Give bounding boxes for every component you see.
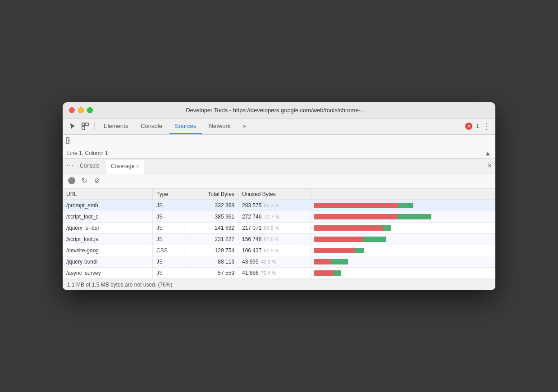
titlebar: Developer Tools - https://developers.goo… [63,102,495,119]
cell-url: /prompt_emb [63,200,153,211]
clear-button[interactable]: ⊘ [92,176,101,185]
cell-unused: 283 57585.3 % [238,200,311,211]
footer-text: 1.1 MB of 1.5 MB bytes are not used. (76… [67,282,172,288]
cell-unused: 272 74670.7 % [238,211,311,222]
cursor-position: Line 1, Column 1 [67,150,108,156]
cell-type: JS [153,268,184,278]
cell-type: JS [153,200,184,211]
cell-url: /script_foot_c [63,211,153,222]
inspect-icon[interactable] [80,121,91,132]
refresh-button[interactable]: ↻ [80,176,89,185]
sub-toolbar [63,135,495,148]
cell-total: 332 368 [184,200,238,211]
error-count: 1 [476,123,479,129]
table-row[interactable]: /script_foot_c JS 385 961 272 74670.7 % [63,211,495,223]
devtools-window: Developer Tools - https://developers.goo… [63,102,495,290]
table-body: /prompt_emb JS 332 368 283 57585.3 % /sc… [63,200,495,279]
tab-sources[interactable]: Sources [169,118,202,134]
scroll-top-icon[interactable]: ▲ [485,150,491,157]
toggle-sidebar-icon[interactable] [66,137,73,146]
cell-bar [311,200,495,211]
cursor-icon[interactable] [67,121,78,132]
tab-elements[interactable]: Elements [98,118,133,134]
cell-total: 57 559 [184,268,238,278]
panel-tab-close-icon[interactable]: × [136,164,139,169]
cell-total: 231 227 [184,234,238,245]
cell-type: JS [153,211,184,222]
toolbar-divider [94,122,95,130]
panel-tab-console[interactable]: Console [75,159,104,173]
cell-type: CSS [153,245,184,256]
tab-network[interactable]: Network [204,118,236,134]
cell-unused: 217 07189.8 % [238,223,311,233]
table-row[interactable]: /jquery_ui-bur JS 241 692 217 07189.8 % [63,223,495,234]
cell-bar [311,234,495,245]
cell-unused: 106 43782.0 % [238,245,311,256]
tab-more[interactable]: » [238,118,252,134]
table-row[interactable]: /devsite-goog CSS 129 754 106 43782.0 % [63,245,495,256]
cell-type: JS [153,223,184,233]
cell-url: /devsite-goog [63,245,153,256]
col-total: Total Bytes [184,189,238,200]
panel-tab-coverage[interactable]: Coverage × [106,159,144,173]
bottom-panel: ⋮ Console Coverage × × ↻ ⊘ URL Type Tota… [63,159,495,290]
svg-rect-2 [82,127,85,129]
error-badge: ✕ [465,123,472,130]
cell-unused: 41 68672.4 % [238,268,311,278]
cell-url: /jquery-bundl [63,256,153,267]
status-bar: Line 1, Column 1 ▲ [63,148,495,159]
table-header: URL Type Total Bytes Unused Bytes [63,189,495,200]
cell-unused: 156 74867.8 % [238,234,311,245]
svg-rect-1 [86,123,88,126]
footer-bar: 1.1 MB of 1.5 MB bytes are not used. (76… [63,279,495,290]
window-title: Developer Tools - https://developers.goo… [63,107,489,114]
table-row[interactable]: /prompt_emb JS 332 368 283 57585.3 % [63,200,495,211]
more-options-icon[interactable]: ⋮ [483,121,491,131]
col-unused: Unused Bytes [238,189,311,200]
table-row[interactable]: /async_survey JS 57 559 41 68672.4 % [63,268,495,279]
col-bar [311,189,495,200]
coverage-table: URL Type Total Bytes Unused Bytes /promp… [63,189,495,279]
record-button[interactable] [67,176,76,185]
cell-unused: 43 99549.9 % [238,256,311,267]
panel-header: ⋮ Console Coverage × × [63,159,495,173]
cell-total: 241 692 [184,223,238,233]
col-type: Type [153,189,184,200]
coverage-toolbar: ↻ ⊘ [63,173,495,189]
cell-type: JS [153,234,184,245]
cell-total: 129 754 [184,245,238,256]
cell-total: 385 961 [184,211,238,222]
table-row[interactable]: /jquery-bundl JS 88 113 43 99549.9 % [63,256,495,268]
cell-url: /jquery_ui-bur [63,223,153,233]
cell-url: /script_foot.js [63,234,153,245]
cell-bar [311,268,495,278]
cell-bar [311,245,495,256]
cell-bar [311,223,495,233]
cell-bar [311,211,495,222]
toolbar-right: ✕ 1 ⋮ [465,121,491,131]
cell-url: /async_survey [63,268,153,278]
cell-type: JS [153,256,184,267]
table-row[interactable]: /script_foot.js JS 231 227 156 74867.8 % [63,234,495,245]
tab-console[interactable]: Console [135,118,168,134]
main-toolbar: Elements Console Sources Network » ✕ 1 ⋮ [63,119,495,135]
cell-total: 88 113 [184,256,238,267]
cell-bar [311,256,495,267]
svg-rect-0 [82,123,85,126]
panel-menu-icon[interactable]: ⋮ [66,162,73,169]
col-url: URL [63,189,153,200]
panel-close-icon[interactable]: × [488,162,492,170]
